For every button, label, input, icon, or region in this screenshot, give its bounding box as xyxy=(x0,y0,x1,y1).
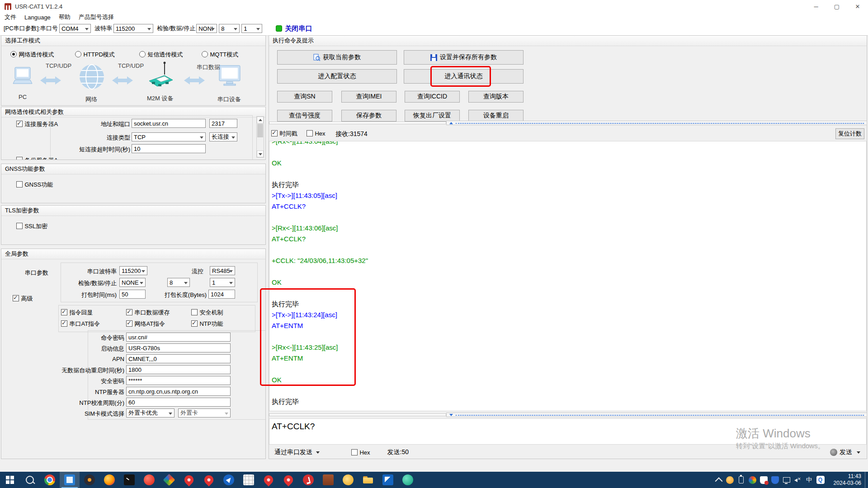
scroll-down-icon[interactable] xyxy=(257,150,264,157)
reset-count-button[interactable]: 复位计数 xyxy=(835,128,864,139)
tray-ime[interactable]: 中 xyxy=(803,472,815,488)
menu-help[interactable]: 帮助 xyxy=(59,13,71,21)
tray-chevron[interactable] xyxy=(713,472,724,488)
field-input[interactable]: USR-G780s xyxy=(126,343,231,352)
menu-product-model[interactable]: 产品型号选择 xyxy=(79,13,114,21)
field-input[interactable]: cn.ntp.org.cn,us.ntp.org.cn xyxy=(126,387,231,396)
advanced-option-checkbox[interactable]: 安全机制 xyxy=(191,308,223,317)
timestamp-checkbox[interactable]: 时间戳 xyxy=(271,129,297,138)
gnss-checkbox[interactable]: GNSS功能 xyxy=(16,180,53,189)
scroll-up-icon[interactable] xyxy=(257,117,264,123)
set-save-params-button[interactable]: 设置并保存所有参数 xyxy=(404,50,524,65)
taskbar-app-pin-red[interactable] xyxy=(199,472,219,488)
advanced-option-checkbox[interactable]: 串口数据缓存 xyxy=(126,308,170,317)
query-version-button[interactable]: 查询版本 xyxy=(468,91,524,103)
baud-select[interactable]: 115200 xyxy=(113,24,153,33)
get-params-button[interactable]: 获取当前参数 xyxy=(277,50,397,65)
g-baud-select[interactable]: 115200 xyxy=(119,266,147,275)
pack-len-input[interactable]: 1024 xyxy=(208,290,235,299)
taskbar-app-vscode-blue[interactable] xyxy=(378,472,398,488)
advanced-checkbox[interactable]: 高级 xyxy=(13,294,33,303)
taskbar-app-pin-red[interactable] xyxy=(278,472,298,488)
databits-select[interactable]: 8 xyxy=(219,24,240,33)
query-iccid-button[interactable]: 查询ICCID xyxy=(405,91,460,103)
taskbar-app-chrome[interactable] xyxy=(40,472,60,488)
minimize-button[interactable]: ─ xyxy=(806,0,826,13)
taskbar-app-folder[interactable] xyxy=(358,472,378,488)
taskbar-search-button[interactable] xyxy=(20,472,40,488)
taskbar-app-pointer-blue[interactable] xyxy=(219,472,239,488)
tray-shield[interactable] xyxy=(769,472,781,488)
horizontal-splitter-bottom[interactable] xyxy=(269,412,867,418)
close-button[interactable]: ✕ xyxy=(847,0,868,13)
server-port-input[interactable]: 2317 xyxy=(209,119,237,128)
server-address-input[interactable]: socket.usr.cn xyxy=(132,119,206,128)
field-input[interactable]: ****** xyxy=(126,376,231,385)
tray-qq[interactable]: Q xyxy=(815,472,826,488)
log-output-area[interactable]: >[Rx<-][11:43:04][asc]OK执行完毕>[Tx->][11:4… xyxy=(269,141,867,411)
radio-mqtt[interactable]: MQTT模式 xyxy=(202,50,238,59)
g-parity-select[interactable]: NONE xyxy=(119,278,146,287)
send-button[interactable]: 发送 xyxy=(830,448,860,456)
conn-mode-select[interactable]: 长连接 xyxy=(209,132,237,141)
sim-mode-select[interactable]: 外置卡优先 xyxy=(126,408,175,418)
field-input[interactable]: 1800 xyxy=(126,365,231,374)
horizontal-splitter-top[interactable] xyxy=(269,120,867,126)
taskbar-app-music-red[interactable] xyxy=(298,472,318,488)
g-stopbits-select[interactable]: 1 xyxy=(210,278,235,287)
net-params-scrollbar[interactable] xyxy=(256,116,264,158)
stopbits-select[interactable]: 1 xyxy=(241,24,262,33)
com-port-select[interactable]: COM4 xyxy=(59,24,91,33)
taskbar-app-red-circle[interactable] xyxy=(139,472,159,488)
query-imei-button[interactable]: 查询IMEI xyxy=(341,91,396,103)
g-flow-select[interactable]: RS485 xyxy=(210,266,235,275)
pack-time-input[interactable]: 50 xyxy=(119,290,146,299)
hex-send-checkbox[interactable]: Hex xyxy=(351,448,370,456)
tray-vol[interactable] xyxy=(792,472,803,488)
field-input[interactable]: CMNET,,,0 xyxy=(126,354,231,363)
tray-def[interactable] xyxy=(758,472,769,488)
taskbar-app-pin-red[interactable] xyxy=(259,472,278,488)
timeout-input[interactable]: 10 xyxy=(132,144,206,153)
advanced-option-checkbox[interactable]: 网络AT指令 xyxy=(126,319,165,328)
scrollbar-thumb[interactable] xyxy=(257,124,263,137)
menu-language[interactable]: Language xyxy=(24,14,51,21)
radio-httpd[interactable]: HTTPD模式 xyxy=(75,50,115,59)
radio-sms-transparent[interactable]: 短信透传模式 xyxy=(139,50,183,59)
close-port-button[interactable]: 关闭串口 xyxy=(276,24,312,33)
tray-user[interactable] xyxy=(724,472,736,488)
radio-net-transparent[interactable]: 网络透传模式 xyxy=(10,50,54,59)
advanced-option-checkbox[interactable]: NTP功能 xyxy=(191,319,223,328)
start-button[interactable] xyxy=(0,472,20,488)
taskbar-app-grid-white[interactable] xyxy=(239,472,259,488)
taskbar-app-honey[interactable] xyxy=(338,472,358,488)
query-sn-button[interactable]: 查询SN xyxy=(277,91,332,103)
tray-usb[interactable] xyxy=(736,472,747,488)
field-input[interactable]: 60 xyxy=(126,398,231,407)
taskbar-app-terminal[interactable] xyxy=(119,472,139,488)
advanced-option-checkbox[interactable]: 串口AT指令 xyxy=(61,319,100,328)
conn-type-select[interactable]: TCP xyxy=(132,132,206,141)
advanced-option-checkbox[interactable]: 指令回显 xyxy=(61,308,93,317)
taskbar-app-diamond[interactable] xyxy=(159,472,179,488)
taskbar-app-usr-app[interactable] xyxy=(60,472,80,488)
taskbar-app-circle-teal[interactable] xyxy=(398,472,418,488)
taskbar-clock[interactable]: 11:43 2024-03-06 xyxy=(826,473,865,487)
ssl-checkbox[interactable]: SSL加密 xyxy=(16,222,47,230)
sim-card-select[interactable]: 外置卡 xyxy=(178,408,231,418)
send-via-serial-dropdown[interactable]: 通过串口发送 xyxy=(274,448,320,456)
g-databits-select[interactable]: 8 xyxy=(167,278,190,287)
parity-select[interactable]: NONI xyxy=(196,24,217,33)
taskbar-app-media-dark[interactable] xyxy=(80,472,99,488)
enter-config-button[interactable]: 进入配置状态 xyxy=(277,69,397,84)
splitter-handle[interactable] xyxy=(446,413,867,417)
show-desktop-button[interactable] xyxy=(865,472,868,488)
tray-mon[interactable] xyxy=(781,472,792,488)
splitter-handle[interactable] xyxy=(446,121,867,125)
taskbar-app-firefox[interactable] xyxy=(99,472,119,488)
backup-server-checkbox[interactable]: 备份服务器A xyxy=(16,156,58,160)
menu-file[interactable]: 文件 xyxy=(5,13,16,21)
taskbar-app-pin-red[interactable] xyxy=(179,472,199,488)
hex-recv-checkbox[interactable]: Hex xyxy=(307,129,326,137)
taskbar-app-box-brown[interactable] xyxy=(318,472,338,488)
